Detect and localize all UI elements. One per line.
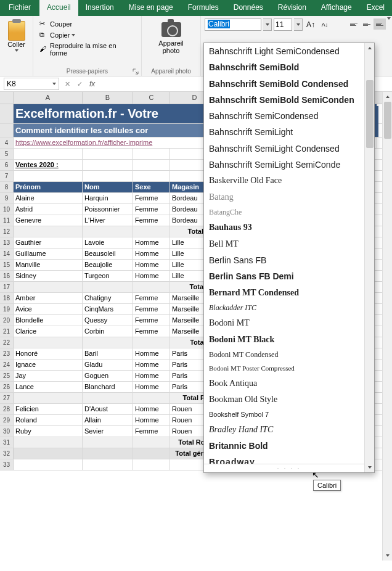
cell[interactable]: Homme — [133, 382, 170, 392]
select-all-corner[interactable] — [0, 92, 14, 104]
tab-excel[interactable]: Excel — [359, 0, 392, 16]
row-header[interactable]: 29 — [0, 415, 14, 425]
cell[interactable]: Beaujolie — [83, 260, 133, 270]
align-top-button[interactable] — [348, 18, 360, 30]
font-list-item[interactable]: Baskerville Old Face — [204, 173, 374, 189]
cell[interactable]: Roland — [14, 415, 83, 425]
cell[interactable]: Manville — [14, 260, 83, 270]
font-list-item[interactable]: Bradley Hand ITC — [204, 422, 374, 438]
row-header[interactable]: 7 — [0, 171, 14, 181]
font-list-item[interactable]: Bahnschrift Light SemiCondensed — [204, 43, 374, 59]
cell[interactable]: Femme — [133, 326, 170, 337]
font-list-item[interactable]: Bodoni MT Condensed — [204, 348, 374, 362]
row-header[interactable]: 26 — [0, 382, 14, 392]
font-list-item[interactable]: Bodoni MT Black — [204, 332, 374, 348]
row-header[interactable]: 6 — [0, 160, 14, 170]
row-header[interactable]: 15 — [0, 260, 14, 270]
cut-button[interactable]: ✂Couper — [37, 18, 137, 30]
cell[interactable]: Sevier — [83, 426, 133, 437]
row-header[interactable]: 5 — [0, 149, 14, 159]
cell[interactable]: Blanchard — [83, 382, 133, 392]
cell[interactable]: Poissonnier — [83, 204, 133, 215]
row-header[interactable]: 28 — [0, 404, 14, 414]
cell[interactable]: Chatigny — [83, 293, 133, 303]
cell[interactable]: Homme — [133, 404, 170, 414]
font-list-item[interactable]: Bahnschrift SemiLight — [204, 124, 374, 140]
align-middle-button[interactable] — [361, 18, 373, 30]
tab-insert[interactable]: Insertion — [78, 0, 121, 16]
tab-view[interactable]: Affichage — [314, 0, 359, 16]
cell[interactable]: Femme — [133, 426, 170, 437]
row-header[interactable]: 17 — [0, 282, 14, 292]
scroll-thumb[interactable] — [384, 102, 391, 139]
cell[interactable]: Honoré — [14, 348, 83, 359]
cell[interactable]: Femme — [133, 315, 170, 326]
row-header[interactable]: 10 — [0, 204, 14, 215]
font-list-item[interactable]: Batang — [204, 189, 374, 205]
row-header[interactable] — [0, 104, 14, 123]
font-list-item[interactable]: Bodoni MT Poster Compressed — [204, 362, 374, 376]
row-header[interactable]: 23 — [0, 348, 14, 359]
fx-icon[interactable]: fx — [86, 80, 99, 88]
row-header[interactable]: 30 — [0, 426, 14, 437]
copy-button[interactable]: ⧉Copier — [37, 30, 137, 41]
row-header[interactable]: 9 — [0, 193, 14, 203]
cell[interactable]: Astrid — [14, 204, 83, 215]
cell[interactable]: Homme — [133, 271, 170, 281]
dialog-launcher-icon[interactable] — [133, 68, 139, 75]
cell[interactable]: Gauthier — [14, 237, 83, 248]
cell[interactable]: Turgeon — [83, 271, 133, 281]
tab-file[interactable]: Fichier — [0, 0, 39, 16]
row-header[interactable]: 20 — [0, 315, 14, 326]
font-list-item[interactable]: Blackadder ITC — [204, 301, 374, 315]
font-list-item[interactable]: Bauhaus 93 — [204, 220, 374, 236]
cell[interactable]: Homme — [133, 237, 170, 248]
row-header[interactable] — [0, 124, 14, 137]
font-list-item[interactable]: Berlin Sans FB Demi — [204, 268, 374, 284]
cell[interactable]: Homme — [133, 260, 170, 270]
enter-formula-button[interactable]: ✓ — [73, 78, 86, 90]
col-header[interactable]: C — [133, 92, 170, 104]
cell[interactable]: Femme — [133, 293, 170, 303]
scroll-thumb[interactable] — [366, 80, 374, 148]
row-header[interactable]: 32 — [0, 448, 14, 459]
font-list-item[interactable]: Britannic Bold — [204, 438, 374, 454]
font-list-item[interactable]: Bell MT — [204, 236, 374, 252]
font-list-item[interactable]: Broadway — [204, 454, 374, 464]
row-header[interactable]: 13 — [0, 237, 14, 248]
cell[interactable]: Blondelle — [14, 315, 83, 326]
cell[interactable]: L'Hiver — [83, 215, 133, 226]
cell[interactable]: Femme — [133, 215, 170, 226]
cell[interactable]: Homme — [133, 249, 170, 259]
font-list-item[interactable]: Bookman Old Style — [204, 392, 374, 408]
row-header[interactable]: 22 — [0, 337, 14, 348]
cancel-formula-button[interactable]: ✕ — [61, 78, 73, 90]
font-size-input[interactable] — [274, 18, 292, 31]
col-header[interactable]: A — [14, 92, 83, 104]
scroll-down-button[interactable] — [383, 551, 392, 561]
font-list-item[interactable]: Book Antiqua — [204, 376, 374, 392]
tab-data[interactable]: Données — [226, 0, 271, 16]
font-list-item[interactable]: Bahnschrift SemiLight Condensed — [204, 141, 374, 157]
row-header[interactable]: 14 — [0, 249, 14, 259]
tab-layout[interactable]: Mise en page — [121, 0, 181, 16]
list-scrollbar[interactable] — [364, 43, 374, 472]
row-header[interactable]: 18 — [0, 293, 14, 303]
col-header[interactable]: B — [83, 92, 133, 104]
cell[interactable]: Homme — [133, 415, 170, 425]
cell[interactable]: Lavoie — [83, 237, 133, 248]
link[interactable]: https://www.excelformation.fr/afficher-i… — [15, 139, 152, 146]
font-list-item[interactable]: Bodoni MT — [204, 315, 374, 331]
cell[interactable]: Genevre — [14, 215, 83, 226]
decrease-font-button[interactable]: A↓ — [319, 18, 331, 31]
cell[interactable]: Femme — [133, 193, 170, 203]
cell[interactable]: Baril — [83, 348, 133, 359]
cell[interactable]: Beausoleil — [83, 249, 133, 259]
tab-home[interactable]: Accueil — [39, 0, 78, 16]
chevron-down-icon[interactable] — [387, 17, 391, 20]
font-list-item[interactable]: Bahnschrift SemiLight SemiConde — [204, 157, 374, 173]
row-header[interactable]: 31 — [0, 437, 14, 448]
scroll-up-button[interactable] — [383, 92, 392, 102]
cell[interactable]: Guillaume — [14, 249, 83, 259]
cell[interactable]: Goguen — [83, 371, 133, 381]
